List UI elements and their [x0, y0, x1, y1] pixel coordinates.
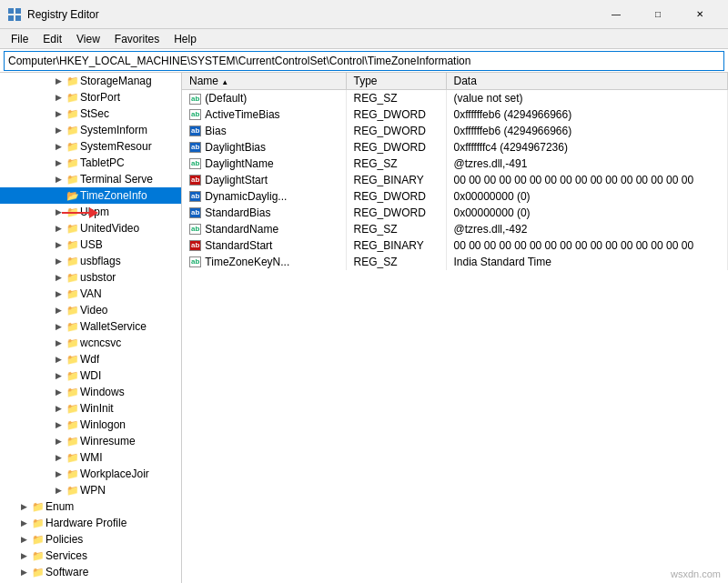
tree-arrow[interactable]: [51, 483, 66, 498]
table-row[interactable]: abActiveTimeBiasREG_DWORD0xffffffeb6 (42…: [182, 106, 728, 123]
tree-item-label: SystemInform: [80, 124, 147, 136]
menu-item-edit[interactable]: Edit: [35, 31, 69, 47]
tree-arrow[interactable]: [16, 548, 31, 563]
tree-item[interactable]: usbstor: [0, 269, 181, 286]
tree-arrow[interactable]: [51, 205, 66, 219]
tree-item[interactable]: SystemResour: [0, 138, 181, 155]
tree-arrow[interactable]: [51, 385, 66, 399]
tree-item[interactable]: Winlogon: [0, 417, 181, 433]
menu-item-view[interactable]: View: [69, 31, 107, 47]
reg-dword-icon: ab: [189, 142, 201, 153]
maximize-button[interactable]: □: [637, 0, 679, 29]
tree-item[interactable]: WDI: [0, 367, 181, 384]
tree-arrow[interactable]: [51, 352, 66, 367]
folder-icon: [66, 467, 80, 481]
cell-name: abStandardStart: [182, 237, 346, 254]
tree-item[interactable]: Wdf: [0, 351, 181, 367]
tree-item[interactable]: Video: [0, 302, 181, 318]
column-header-name[interactable]: Name ▲: [182, 73, 346, 90]
svg-rect-1: [15, 8, 21, 14]
tree-arrow[interactable]: [51, 237, 66, 252]
table-row[interactable]: abDynamicDaylig...REG_DWORD0x00000000 (0…: [182, 188, 728, 205]
folder-icon: [66, 434, 80, 448]
tree-item[interactable]: Windows: [0, 384, 181, 400]
tree-item[interactable]: UnitedVideo: [0, 220, 181, 236]
tree-item[interactable]: StorPort: [0, 89, 181, 106]
tree-item[interactable]: WinInit: [0, 400, 181, 417]
tree-arrow[interactable]: [51, 270, 66, 285]
menu-item-help[interactable]: Help: [167, 31, 204, 47]
tree-arrow[interactable]: [51, 417, 66, 432]
menu-item-favorites[interactable]: Favorites: [107, 31, 167, 47]
tree-arrow[interactable]: [51, 467, 66, 481]
tree-item[interactable]: usbflags: [0, 253, 181, 269]
folder-icon: [31, 548, 46, 563]
table-row[interactable]: abDaylightNameREG_SZ@tzres.dll,-491: [182, 156, 728, 172]
address-input[interactable]: [4, 51, 724, 71]
tree-arrow[interactable]: [51, 303, 66, 317]
tree-item[interactable]: USB: [0, 236, 181, 253]
tree-arrow[interactable]: [51, 254, 66, 268]
table-row[interactable]: abTimeZoneKeyN...REG_SZIndia Standard Ti…: [182, 254, 728, 270]
registry-table: Name ▲ Type Data ab(Default)REG_SZ(value…: [182, 73, 728, 270]
tree-item[interactable]: TabletPC: [0, 155, 181, 171]
table-row[interactable]: abDaylightBiasREG_DWORD0xfffffffc4 (4294…: [182, 139, 728, 156]
table-row[interactable]: abBiasREG_DWORD0xffffffeb6 (4294966966): [182, 123, 728, 139]
tree-arrow[interactable]: [16, 565, 31, 579]
tree-item-label: wcncsvc: [80, 337, 121, 349]
menu-item-file[interactable]: File: [4, 31, 35, 47]
tree-item[interactable]: Policies: [0, 531, 181, 548]
tree-arrow[interactable]: [51, 368, 66, 383]
tree-arrow[interactable]: [51, 221, 66, 236]
tree-arrow[interactable]: [16, 516, 31, 530]
tree-arrow[interactable]: [51, 139, 66, 154]
tree-item[interactable]: WalletService: [0, 318, 181, 335]
tree-item[interactable]: WorkplaceJoir: [0, 466, 181, 482]
tree-item[interactable]: Software: [0, 564, 181, 580]
tree-item[interactable]: StSec: [0, 106, 181, 122]
folder-icon: [66, 139, 80, 154]
tree-arrow[interactable]: [51, 434, 66, 448]
tree-arrow[interactable]: [51, 401, 66, 416]
tree-arrow[interactable]: [51, 450, 66, 465]
tree-arrow[interactable]: [51, 188, 66, 203]
table-row[interactable]: abStandardBiasREG_DWORD0x00000000 (0): [182, 205, 728, 221]
tree-arrow[interactable]: [51, 90, 66, 105]
cell-data: 0x00000000 (0): [446, 188, 728, 205]
tree-arrow[interactable]: [51, 336, 66, 350]
minimize-button[interactable]: —: [595, 0, 637, 29]
table-row[interactable]: abStandardNameREG_SZ@tzres.dll,-492: [182, 221, 728, 237]
tree-item[interactable]: TimeZoneInfo: [0, 187, 181, 204]
table-row[interactable]: ab(Default)REG_SZ(value not set): [182, 90, 728, 106]
column-header-data[interactable]: Data: [446, 73, 728, 90]
tree-arrow[interactable]: [16, 499, 31, 514]
tree-item[interactable]: Hardware Profile: [0, 515, 181, 531]
tree-item[interactable]: Ubpm: [0, 204, 181, 220]
tree-arrow[interactable]: [16, 532, 31, 547]
table-row[interactable]: abStandardStartREG_BINARY00 00 00 00 00 …: [182, 237, 728, 254]
tree-arrow[interactable]: [51, 286, 66, 301]
tree-arrow[interactable]: [51, 74, 66, 88]
close-button[interactable]: ✕: [679, 0, 721, 29]
tree-arrow[interactable]: [51, 156, 66, 170]
tree-item[interactable]: WPN: [0, 482, 181, 498]
tree-arrow[interactable]: [51, 106, 66, 121]
column-header-type[interactable]: Type: [346, 73, 446, 90]
tree-item[interactable]: Terminal Serve: [0, 171, 181, 187]
tree-arrow[interactable]: [51, 123, 66, 137]
registry-value-icon: ab: [189, 94, 201, 105]
tree-item[interactable]: Winresume: [0, 433, 181, 449]
tree-item-label: Policies: [46, 533, 83, 546]
tree-item[interactable]: Enum: [0, 498, 181, 515]
tree-item[interactable]: WMI: [0, 449, 181, 466]
tree-arrow[interactable]: [51, 172, 66, 186]
tree-item[interactable]: Services: [0, 548, 181, 564]
tree-item[interactable]: StorageManag: [0, 73, 181, 89]
cell-data: 0xfffffffc4 (4294967236): [446, 139, 728, 156]
tree-item[interactable]: SystemInform: [0, 122, 181, 138]
tree-item-label: StorageManag: [80, 75, 152, 87]
tree-arrow[interactable]: [51, 319, 66, 334]
tree-item[interactable]: wcncsvc: [0, 335, 181, 351]
tree-item[interactable]: VAN: [0, 286, 181, 302]
table-row[interactable]: abDaylightStartREG_BINARY00 00 00 00 00 …: [182, 172, 728, 188]
